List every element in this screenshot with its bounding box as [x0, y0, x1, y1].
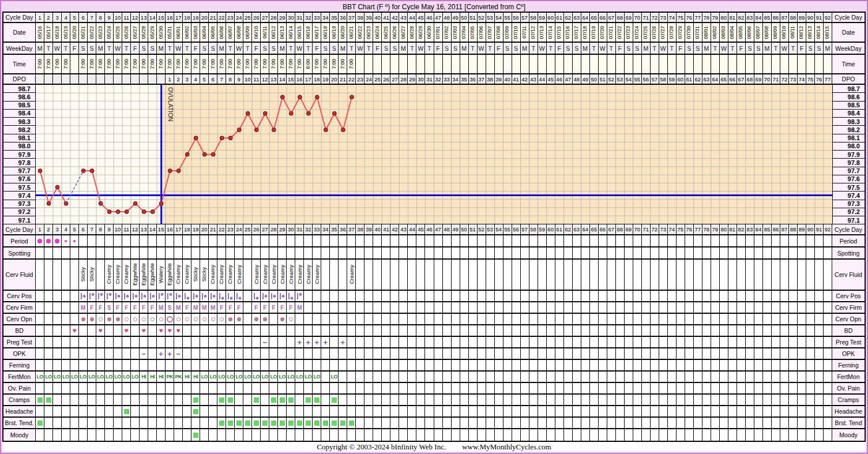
date-text: 06/28 — [409, 26, 415, 39]
cycle-day-cell: 37 — [347, 224, 356, 234]
cerv-firm-cell: F — [278, 302, 287, 313]
dpo-cell: 60 — [677, 74, 685, 84]
cerv-pos-marker — [132, 292, 138, 300]
fertmon-cell: LO — [330, 372, 339, 382]
time-text: 7:00 — [37, 59, 43, 69]
cerv-opn-cell — [321, 314, 330, 324]
dpo-cell: 68 — [746, 74, 754, 84]
symptom-square — [262, 421, 268, 426]
symptom-cell — [96, 406, 105, 417]
symptom-cell — [469, 383, 478, 393]
cycle-day-cell: 17 — [174, 224, 183, 234]
symptom-cell — [789, 429, 798, 441]
weekday-row: WeekDayMTWTFSSMTWTFSSMTWTFSSMTWTFSSMTWTF… — [3, 43, 865, 55]
test-result-cell — [529, 337, 538, 347]
cerv-fluid-text: Creamy — [297, 265, 303, 284]
cycle-day-cell: 29 — [278, 13, 287, 22]
cerv-opn-cell — [460, 314, 469, 324]
cycle-day-cell: 89 — [798, 224, 806, 234]
bd-cell — [347, 325, 356, 336]
symptom-cell — [694, 395, 702, 405]
test-result-cell — [677, 348, 685, 359]
test-result-cell — [382, 337, 390, 347]
fertmon-cell: LO — [36, 372, 44, 382]
bd-cell — [677, 325, 685, 336]
symptom-cell — [503, 418, 512, 428]
cycle-day-cell: 24 — [235, 13, 243, 22]
bd-cell — [304, 325, 313, 336]
cerv-pos-cell — [555, 291, 564, 301]
time-cell — [478, 55, 486, 73]
period-cell — [157, 235, 166, 246]
symptom-cell — [469, 395, 478, 405]
cerv-opn-cell — [382, 314, 390, 324]
symptom-cell — [382, 395, 390, 405]
fertmon-cell — [694, 372, 702, 382]
cerv-opn-cell — [243, 314, 252, 324]
cerv-opn-cell — [763, 314, 772, 324]
time-cell: 7:00 — [252, 55, 261, 73]
bd-cell: ♥ — [70, 325, 79, 336]
date-cell: 06/16 — [304, 23, 313, 42]
period-cell — [486, 235, 495, 246]
ferning-cell — [633, 360, 642, 370]
symptom-cell — [754, 383, 763, 393]
cycle-day-cell: 36 — [339, 224, 347, 234]
date-cell: 06/01 — [174, 23, 183, 42]
weekday-cell: F — [131, 43, 140, 54]
symptom-cell — [633, 418, 642, 428]
weekday-cell: M — [339, 43, 347, 54]
ferning-cell — [79, 360, 88, 370]
cerv-pos-cell — [62, 291, 70, 301]
test-result-cell — [131, 348, 140, 359]
cycle-day-cell: 25 — [243, 13, 252, 22]
date-cell: 06/28 — [408, 23, 416, 42]
bd-cell — [434, 325, 443, 336]
cerv-fluid-cell: Creamy — [174, 260, 183, 290]
cerv-fluid-cell — [62, 260, 70, 290]
test-result-cell — [53, 348, 62, 359]
symptom-cell — [780, 418, 789, 428]
ferning-cell — [607, 360, 616, 370]
date-cell: 07/25 — [642, 23, 651, 42]
symptom-cell — [295, 429, 304, 441]
weekday-cell: T — [789, 43, 798, 54]
symptom-cell — [694, 429, 702, 441]
cerv-firm-cell: M — [191, 302, 200, 313]
symptom-cell — [824, 395, 832, 405]
symptom-cell — [694, 383, 702, 393]
ferning-cell — [503, 360, 512, 370]
cerv-firm-cell — [668, 302, 677, 313]
symptom-cell — [70, 406, 79, 417]
bd-cell — [651, 325, 659, 336]
test-result-cell — [728, 337, 737, 347]
period-cell — [183, 235, 191, 246]
cerv-firm-cell — [806, 302, 815, 313]
date-cell: 05/29 — [148, 23, 157, 42]
symptom-cell — [425, 406, 434, 417]
cerv-opn-cell — [521, 314, 529, 324]
date-text: 06/23 — [366, 26, 371, 39]
bd-cell — [824, 325, 832, 336]
date-cell: 06/18 — [321, 23, 330, 42]
cerv-opn-cell — [659, 314, 668, 324]
weekday-cell: M — [824, 43, 832, 54]
cerv-pos-cell — [728, 291, 737, 301]
weekday-cell: T — [287, 43, 295, 54]
period-dot — [65, 240, 67, 242]
bd-cell — [633, 325, 642, 336]
cycle-day-cell: 71 — [642, 13, 651, 22]
test-result-cell — [278, 337, 287, 347]
time-cell — [607, 55, 616, 73]
symptom-cell — [478, 418, 486, 428]
bd-cell — [365, 325, 373, 336]
weekday-cell: S — [79, 43, 88, 54]
cerv-firm-cell: F — [148, 302, 157, 313]
date-cell: 06/06 — [217, 23, 226, 42]
time-text: 7:00 — [115, 59, 121, 69]
time-cell — [434, 55, 443, 73]
period-cell — [295, 235, 304, 246]
dpo-cell — [36, 74, 44, 84]
time-cell — [365, 55, 373, 73]
row-label-cerv-fluid: Cerv Fluid — [832, 260, 865, 290]
